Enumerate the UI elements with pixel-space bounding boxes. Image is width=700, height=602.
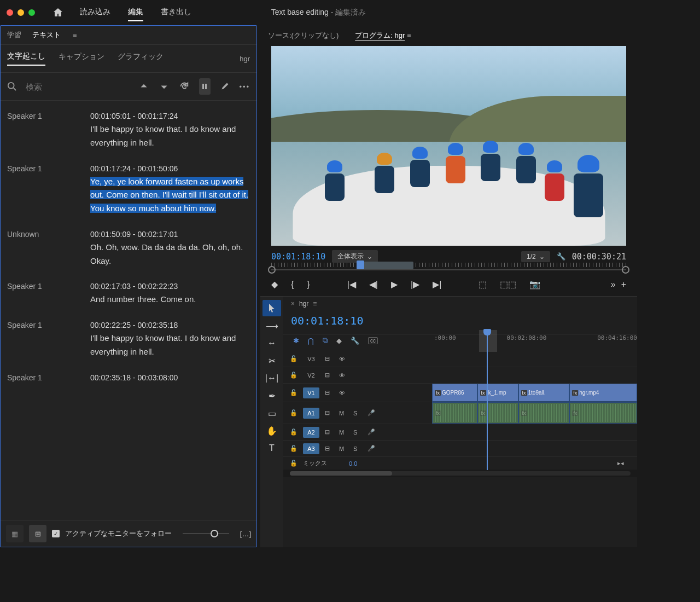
lock-icon[interactable]: 🔓	[290, 389, 298, 396]
track-v3-content[interactable]	[432, 351, 637, 367]
export-frame-icon[interactable]: 📷	[529, 279, 540, 290]
subtab-transcribe[interactable]: 文字起こし	[7, 51, 45, 66]
toggle-output-icon[interactable]: 👁	[339, 390, 348, 396]
sync-lock-icon[interactable]: ⊟	[325, 355, 334, 362]
video-clip[interactable]: fxik_1.mp	[477, 384, 518, 402]
close-sequence-icon[interactable]: ×	[291, 300, 295, 308]
add-button-icon[interactable]: +	[621, 280, 626, 290]
minimize-window[interactable]	[18, 9, 24, 16]
caption-track-icon[interactable]: cc	[368, 337, 378, 344]
search-input[interactable]	[26, 82, 130, 91]
audio-clip[interactable]: fx	[432, 402, 477, 424]
track-v1-content[interactable]: fxGOPR86 fxik_1.mp fx1to9all. fxhgr.mp4	[432, 384, 637, 402]
transcript-entry[interactable]: Speaker 1 00:02:35:18 - 00:03:08:00	[1, 367, 256, 392]
mix-out-icon[interactable]: ▸◂	[617, 460, 624, 467]
mark-in-icon[interactable]: {	[291, 280, 294, 290]
solo-icon[interactable]: S	[353, 410, 362, 416]
monitor-timecode-left[interactable]: 00:01:18:10	[271, 252, 325, 262]
refresh-icon[interactable]	[179, 78, 190, 95]
panel-menu-icon[interactable]: ≡	[73, 31, 77, 39]
play-icon[interactable]: ▶	[391, 279, 398, 290]
ripple-edit-tool-icon[interactable]: ↔	[262, 335, 281, 351]
video-clip[interactable]: fxhgr.mp4	[569, 384, 637, 402]
tab-edit[interactable]: 編集	[128, 4, 143, 21]
settings-wrench-icon[interactable]: 🔧	[557, 252, 565, 261]
search-icon[interactable]	[7, 82, 17, 91]
add-marker-icon[interactable]: ◆	[271, 279, 278, 290]
mute-icon[interactable]: M	[339, 445, 348, 452]
linked-selection-icon[interactable]: ⧉	[323, 336, 328, 345]
toggle-output-icon[interactable]: 👁	[339, 356, 348, 362]
transcript-entry[interactable]: Speaker 1 00:02:17:03 - 00:02:22:23 And …	[1, 275, 256, 314]
mute-icon[interactable]: M	[339, 429, 348, 436]
program-monitor-view[interactable]	[271, 46, 626, 246]
toggle-output-icon[interactable]: 👁	[339, 372, 348, 379]
zoom-slider[interactable]	[183, 533, 229, 534]
pause-toggle-icon[interactable]	[199, 78, 211, 95]
rectangle-tool-icon[interactable]: ▭	[262, 405, 281, 421]
razor-tool-icon[interactable]: ✂	[262, 352, 281, 369]
tab-import[interactable]: 読み込み	[80, 4, 110, 21]
track-label-v2[interactable]: V2	[303, 370, 319, 381]
track-label-v1[interactable]: V1	[303, 387, 319, 398]
type-tool-icon[interactable]: T	[262, 440, 281, 456]
timeline-timecode[interactable]: 00:01:18:10	[291, 314, 363, 327]
goto-in-icon[interactable]: |◀	[347, 279, 356, 290]
zoom-dropdown[interactable]: 全体表示⌄	[332, 250, 378, 263]
audio-clip[interactable]: fx	[569, 402, 637, 424]
step-forward-icon[interactable]: |▶	[411, 279, 419, 290]
solo-icon[interactable]: S	[353, 429, 362, 436]
solo-icon[interactable]: S	[353, 445, 362, 452]
track-a1-content[interactable]: fx fx fx fx	[432, 402, 637, 424]
sequence-tab[interactable]: hgr	[299, 300, 308, 308]
track-select-tool-icon[interactable]: ⟶	[262, 317, 281, 334]
next-result-icon[interactable]	[159, 78, 170, 95]
lock-icon[interactable]: 🔓	[290, 460, 298, 467]
marker-icon[interactable]: ◆	[336, 337, 342, 345]
timeline-ruler[interactable]: :00:00 00:02:08:00 00:04:16:00	[434, 334, 637, 351]
sync-lock-icon[interactable]: ⊟	[325, 372, 334, 379]
video-clip[interactable]: fxGOPR86	[432, 384, 477, 402]
voiceover-mic-icon[interactable]: 🎤	[368, 409, 376, 416]
sync-lock-icon[interactable]: ⊟	[325, 429, 334, 436]
track-label-a3[interactable]: A3	[303, 443, 319, 454]
entry-text[interactable]: Oh. Oh, wow. Da da da da da. Oh, oh, oh.…	[90, 241, 250, 268]
sync-lock-icon[interactable]: ⊟	[325, 409, 334, 416]
timeline-hscroll[interactable]	[283, 470, 637, 477]
prev-result-icon[interactable]	[138, 78, 150, 95]
track-a3-content[interactable]	[432, 441, 637, 456]
track-label-a2[interactable]: A2	[303, 427, 319, 438]
entry-text[interactable]: I'll be happy to know that. I do know an…	[90, 332, 250, 359]
slip-tool-icon[interactable]: |↔|	[262, 370, 281, 386]
home-icon[interactable]	[52, 7, 63, 18]
close-window[interactable]	[7, 9, 13, 16]
monitor-scrubber[interactable]	[271, 267, 626, 276]
lock-icon[interactable]: 🔓	[290, 355, 298, 362]
pen-tool-icon[interactable]: ✒	[262, 387, 281, 404]
extract-icon[interactable]: ⬚⬚	[500, 279, 516, 290]
step-back-icon[interactable]: ◀|	[369, 279, 378, 290]
timeline-playhead[interactable]	[487, 333, 488, 470]
magnet-icon[interactable]: ⋂	[308, 337, 314, 345]
maximize-window[interactable]	[28, 9, 35, 16]
sync-lock-icon[interactable]: ⊟	[325, 445, 334, 452]
entry-text[interactable]: I'll be happy to know that. I do know an…	[90, 123, 250, 150]
hand-tool-icon[interactable]: ✋	[262, 422, 281, 439]
lock-icon[interactable]: 🔓	[290, 429, 298, 436]
audio-clip[interactable]: fx	[477, 402, 518, 424]
track-label-a1[interactable]: A1	[303, 408, 319, 419]
mark-out-icon[interactable]: }	[307, 280, 310, 290]
goto-out-icon[interactable]: ▶|	[433, 279, 441, 290]
voiceover-mic-icon[interactable]: 🎤	[368, 429, 376, 436]
entry-text[interactable]: And number three. Come on.	[90, 293, 250, 306]
timeline-wrench-icon[interactable]: 🔧	[351, 337, 359, 345]
tab-learn[interactable]: 学習	[7, 30, 21, 40]
more-options-icon[interactable]: •••	[239, 83, 250, 91]
footer-more-icon[interactable]: […]	[240, 530, 251, 538]
lift-icon[interactable]: ⬚	[479, 279, 487, 290]
video-clip[interactable]: fx1to9all.	[518, 384, 570, 402]
follow-checkbox[interactable]: ✓	[52, 530, 60, 537]
mute-icon[interactable]: M	[339, 410, 348, 416]
track-a2-content[interactable]	[432, 424, 637, 440]
snap-icon[interactable]: ✱	[293, 337, 299, 345]
